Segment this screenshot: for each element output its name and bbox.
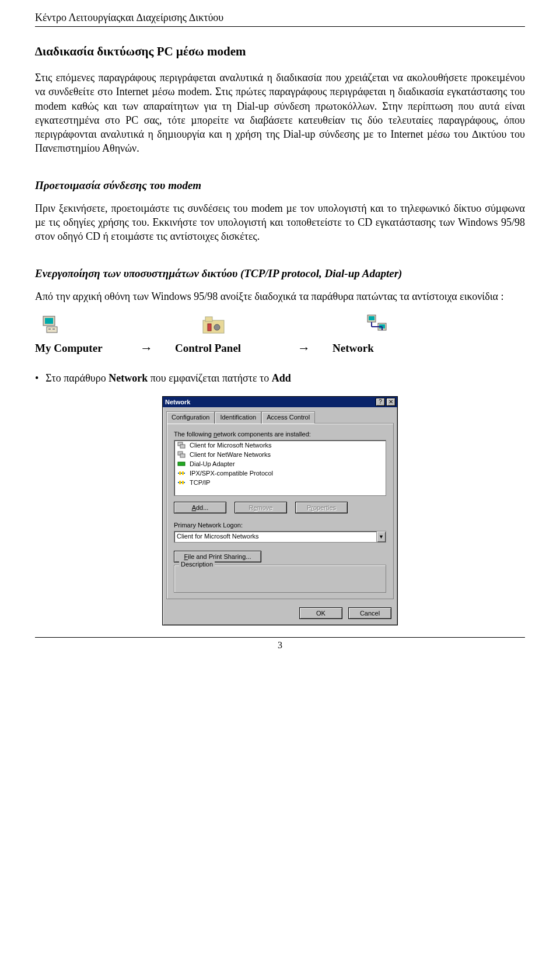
logon-combo[interactable]: Client for Microsoft Networks ▼ <box>174 531 386 543</box>
dialog-title: Network <box>165 398 190 405</box>
components-listbox[interactable]: Client for Microsoft Networks Client for… <box>174 440 386 496</box>
tab-access-control[interactable]: Access Control <box>261 411 315 424</box>
tab-identification[interactable]: Identification <box>215 411 261 424</box>
svg-point-8 <box>214 324 220 330</box>
description-groupbox: Description <box>174 565 386 593</box>
list-item[interactable]: TCP/IP <box>174 478 386 487</box>
ok-button[interactable]: OK <box>299 607 342 619</box>
properties-button[interactable]: Properties <box>295 502 348 513</box>
svg-rect-7 <box>208 324 211 331</box>
my-computer-label: My Computer <box>35 342 140 355</box>
svg-rect-4 <box>52 328 55 330</box>
control-panel-label: Control Panel <box>175 342 298 355</box>
svg-rect-23 <box>182 471 184 475</box>
svg-rect-26 <box>182 481 184 484</box>
tab-panel: The following network components are ins… <box>166 423 394 599</box>
client-icon <box>177 450 186 459</box>
document-title: ∆ιαδικασία δικτύωσης PC µέσω modem <box>35 44 525 59</box>
list-item[interactable]: Dial-Up Adapter <box>174 459 386 468</box>
dialog-titlebar[interactable]: Network ? ✕ <box>163 397 397 407</box>
icon-label-row: My Computer → Control Panel → Network <box>35 341 525 356</box>
client-icon <box>177 441 186 449</box>
page-header: Κέντρο Λειτουργίαςκαι ∆ιαχείρισης ∆ικτύο… <box>35 12 525 27</box>
bullet-text: Στο παράθυρο Network που εµφανίζεται πατ… <box>46 372 291 384</box>
list-item[interactable]: IPX/SPX-compatible Protocol <box>174 468 386 478</box>
description-legend: Description <box>179 561 215 568</box>
section1-heading: Προετοιµασία σύνδεσης του modem <box>35 179 525 192</box>
components-label: The following network components are ins… <box>174 431 386 438</box>
svg-rect-17 <box>180 445 185 448</box>
tab-strip: Configuration Identification Access Cont… <box>163 407 397 423</box>
svg-rect-6 <box>205 317 212 321</box>
list-item[interactable]: Client for NetWare Networks <box>174 450 386 459</box>
svg-rect-10 <box>369 316 374 320</box>
page-number: 3 <box>35 637 525 651</box>
logon-label: Primary Network Logon: <box>174 522 386 529</box>
chevron-down-icon[interactable]: ▼ <box>376 532 386 542</box>
list-item[interactable]: Client for Microsoft Networks <box>174 440 386 450</box>
svg-rect-3 <box>48 328 51 330</box>
dialog-footer: OK Cancel <box>163 603 397 625</box>
logon-value: Client for Microsoft Networks <box>174 532 376 542</box>
svg-rect-2 <box>47 327 57 333</box>
adapter-icon <box>177 460 186 468</box>
network-dialog: Network ? ✕ Configuration Identification… <box>162 396 398 625</box>
close-button[interactable]: ✕ <box>386 398 396 406</box>
svg-rect-22 <box>179 471 181 475</box>
bullet-item: • Στο παράθυρο Network που εµφανίζεται π… <box>35 372 525 384</box>
cancel-button[interactable]: Cancel <box>348 607 391 619</box>
section1-text: Πριν ξεκινήσετε, προετοιµάστε τις συνδέσ… <box>35 201 525 244</box>
section2-heading: Ενεργοποίηση των υποσυστηµάτων δικτύου (… <box>35 267 525 280</box>
remove-button[interactable]: Remove <box>235 502 287 513</box>
my-computer-icon <box>41 314 62 337</box>
section2-text: Από την αρχική οθόνη των Windows 95/98 α… <box>35 289 525 303</box>
control-panel-icon <box>202 314 225 337</box>
bullet-dot-icon: • <box>35 373 38 383</box>
svg-rect-1 <box>45 318 53 324</box>
svg-rect-5 <box>203 320 224 333</box>
arrow-icon: → <box>298 341 332 356</box>
svg-rect-19 <box>180 454 185 457</box>
tab-configuration[interactable]: Configuration <box>166 411 215 424</box>
network-label: Network <box>332 342 374 355</box>
icon-row <box>35 314 525 337</box>
protocol-icon <box>177 478 186 487</box>
network-icon <box>365 314 388 337</box>
protocol-icon <box>177 469 186 477</box>
svg-rect-20 <box>178 462 185 466</box>
add-button[interactable]: Add... <box>174 502 226 513</box>
svg-rect-25 <box>179 481 181 484</box>
intro-paragraph: Στις επόµενες παραγράφους περιγράφεται α… <box>35 71 525 156</box>
help-button[interactable]: ? <box>376 398 385 406</box>
arrow-icon: → <box>140 341 175 356</box>
